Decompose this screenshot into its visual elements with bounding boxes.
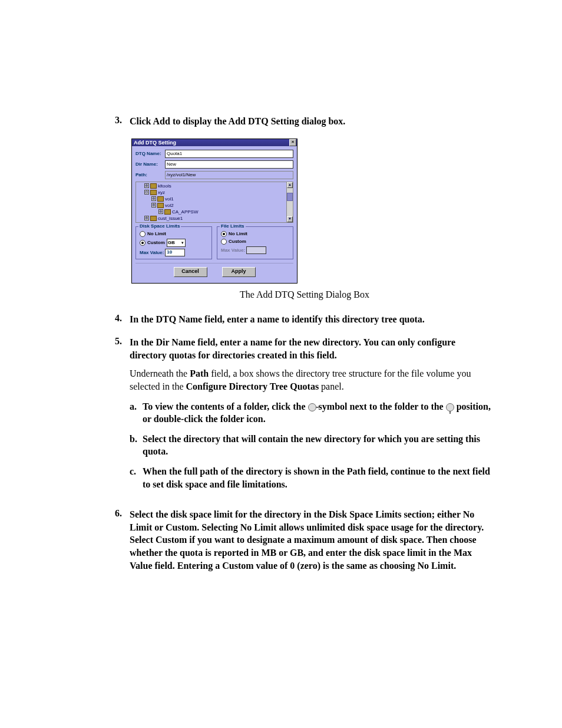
radio-nolimit[interactable] <box>140 231 146 237</box>
tree-toggle-icon[interactable]: ⊕ <box>144 216 149 220</box>
txt: panel. <box>319 381 344 391</box>
sub-list: a. To view the contents of a folder, cli… <box>130 400 494 491</box>
tree-label[interactable]: vol1 <box>165 196 174 202</box>
bold-path: Path <box>190 368 209 378</box>
scroll-down-icon[interactable]: ▼ <box>287 216 293 222</box>
folder-icon <box>157 196 164 202</box>
step-5a: a. To view the contents of a folder, cli… <box>130 400 494 426</box>
dir-name-input[interactable]: New <box>165 160 293 169</box>
radio-nolimit-files[interactable] <box>221 231 227 237</box>
step-5-paragraph: Underneath the Path field, a box shows t… <box>130 367 494 393</box>
tree-toggle-icon[interactable]: ⊖ <box>144 190 149 195</box>
step-6: 6. Select the disk space limit for the d… <box>115 508 494 572</box>
path-label: Path: <box>135 172 165 177</box>
tree-toggle-icon[interactable]: ⊕ <box>158 209 163 214</box>
step-5b: b. Select the directory that will contai… <box>130 433 494 458</box>
path-display: /xyz/vol1/New <box>165 171 293 179</box>
bold-panel: Configure Directory Tree Quotas <box>186 381 319 391</box>
sub-text: Select the directory that will contain t… <box>143 433 494 458</box>
sub-label: c. <box>130 465 143 490</box>
apply-button[interactable]: Apply <box>222 267 256 277</box>
nolimit-files-label: No Limit <box>229 231 247 236</box>
unit-select[interactable]: GB▼ <box>167 239 186 247</box>
sub-label: b. <box>130 433 143 458</box>
custom-files-label: Custom <box>229 239 246 244</box>
step-number: 4. <box>115 313 130 326</box>
txt: symbol next to the folder to the <box>319 401 446 411</box>
step-list-cont: 4. In the DTQ Name field, enter a name t… <box>115 313 494 572</box>
tree-toggle-icon[interactable]: ⊕ <box>144 183 149 188</box>
step-3: 3. Click Add to display the Add DTQ Sett… <box>115 115 494 128</box>
tree-label[interactable]: vol2 <box>165 202 174 209</box>
step-text: Select the disk space limit for the dire… <box>130 508 494 572</box>
directory-tree[interactable]: ⊕kltools ⊖xyz ⊕vol1 ⊕vol2 ⊕CA_APPSW ⊕cus… <box>135 182 293 223</box>
dtq-name-label: DTQ Name: <box>135 151 165 156</box>
sub-text: When the full path of the directory is s… <box>143 465 494 490</box>
file-limits-group: File Limits No Limit Custom Max Value: <box>217 226 293 259</box>
scroll-up-icon[interactable]: ▲ <box>287 182 293 188</box>
sub-label: a. <box>130 400 143 426</box>
dialog-title: Add DTQ Setting <box>134 140 176 146</box>
figure-caption: The Add DTQ Setting Dialog Box <box>115 289 494 300</box>
expand-open-icon <box>446 403 454 411</box>
folder-icon <box>150 183 157 189</box>
step-text: In the Dir Name field, enter a name for … <box>130 336 494 361</box>
folder-icon <box>150 216 157 221</box>
dtq-name-input[interactable]: Quota1 <box>165 150 293 158</box>
dir-name-label: Dir Name: <box>135 162 165 167</box>
folder-icon <box>150 190 157 195</box>
scroll-thumb[interactable] <box>287 193 293 201</box>
max-value-files-label: Max Value: <box>221 248 245 253</box>
disk-space-limits-group: Disk Space Limits No Limit Custom GB▼ Ma… <box>135 226 212 259</box>
step-number: 3. <box>115 115 130 128</box>
step-5c: c. When the full path of the directory i… <box>130 465 494 490</box>
txt: To view the contents of a folder, click … <box>143 401 308 411</box>
dialog-titlebar[interactable]: Add DTQ Setting × <box>132 139 297 146</box>
step-number: 6. <box>115 508 130 572</box>
tree-label[interactable]: kltools <box>158 183 171 189</box>
tree-label[interactable]: xyz <box>158 189 165 196</box>
folder-icon <box>164 209 171 215</box>
disk-space-legend: Disk Space Limits <box>138 223 181 229</box>
step-list: 3. Click Add to display the Add DTQ Sett… <box>115 115 494 128</box>
sub-text: To view the contents of a folder, click … <box>143 400 494 426</box>
unit-value: GB <box>168 240 175 245</box>
close-icon[interactable]: × <box>289 139 296 146</box>
step-5: 5. In the Dir Name field, enter a name f… <box>115 336 494 498</box>
step-text: In the DTQ Name field, enter a name to i… <box>130 313 494 326</box>
tree-label[interactable]: cust_issue1 <box>158 215 183 222</box>
tree-scrollbar[interactable]: ▲ ▼ <box>286 182 293 222</box>
step-number: 5. <box>115 336 130 498</box>
custom-label: Custom <box>147 240 165 245</box>
step-4: 4. In the DTQ Name field, enter a name t… <box>115 313 494 326</box>
document-page: 3. Click Add to display the Add DTQ Sett… <box>0 0 562 618</box>
max-value-input[interactable]: 10 <box>165 249 185 256</box>
radio-custom[interactable] <box>140 240 146 246</box>
tree-toggle-icon[interactable]: ⊕ <box>151 203 156 207</box>
tree-toggle-icon[interactable]: ⊕ <box>151 196 156 201</box>
step-text: Click Add to display the Add DTQ Setting… <box>130 115 494 128</box>
cancel-button[interactable]: Cancel <box>174 267 207 277</box>
tree-label[interactable]: CA_APPSW <box>172 209 198 215</box>
dialog-body: DTQ Name: Quota1 Dir Name: New Path: /xy… <box>132 146 297 283</box>
txt: Underneath the <box>130 368 190 378</box>
file-limits-legend: File Limits <box>220 223 246 229</box>
nolimit-label: No Limit <box>147 231 166 236</box>
max-value-files-input <box>246 246 266 254</box>
folder-icon <box>157 203 164 208</box>
dialog-figure: Add DTQ Setting × DTQ Name: Quota1 Dir N… <box>131 139 494 284</box>
chevron-down-icon: ▼ <box>181 241 184 245</box>
add-dtq-dialog: Add DTQ Setting × DTQ Name: Quota1 Dir N… <box>131 139 297 284</box>
radio-custom-files[interactable] <box>221 239 227 245</box>
expand-closed-icon <box>308 403 316 411</box>
max-value-label: Max Value: <box>140 250 164 255</box>
